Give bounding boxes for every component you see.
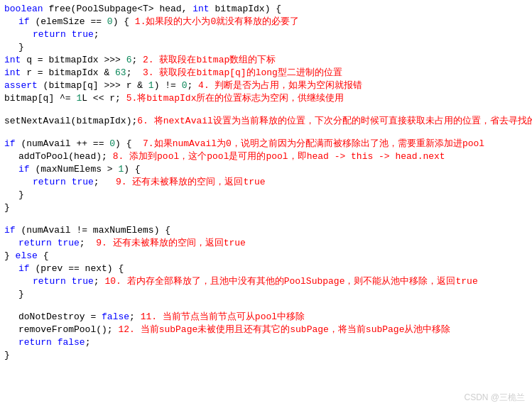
keyword: return <box>18 337 52 348</box>
code-text: doNotDestroy = <box>18 311 102 322</box>
keyword: return <box>33 276 66 287</box>
line-text: return true; 9. 还有未被释放的空间，返回true <box>4 237 246 250</box>
line-text: } <box>4 349 10 362</box>
code-text: ) != <box>154 80 182 91</box>
line-text: addToPool(head); 8. 添加到pool，这个pool是可用的po… <box>4 150 445 163</box>
code-text: ; <box>129 311 141 322</box>
line-text: } <box>4 202 10 214</box>
line-text: } <box>4 288 24 301</box>
code-line <box>0 128 532 138</box>
code-text: ) { <box>124 164 140 175</box>
keyword: if <box>18 263 30 274</box>
comment: 10. 若内存全部释放了，且池中没有其他的PoolSubpage，则不能从池中移… <box>104 276 477 287</box>
code-text: ; <box>80 238 96 248</box>
keyword: return <box>18 238 52 248</box>
code-line: int q = bitmapIdx >>> 6; 2. 获取段在bitmap数组… <box>0 54 532 67</box>
keyword: true <box>72 177 94 187</box>
code-line: } else { <box>0 250 532 263</box>
code-text: (elemSize == <box>30 16 107 27</box>
line-text: } <box>4 41 24 54</box>
line-text: if (numAvail != maxNumElems) { <box>4 224 170 237</box>
line-text: setNextAvail(bitmapIdx);6. 将nextAvail设置为… <box>4 115 532 128</box>
code-line: if (maxNumElems > 1) { <box>0 163 532 176</box>
code-text: { <box>38 250 49 261</box>
code-text <box>52 337 58 348</box>
comment: 7.如果numAvail为0，说明之前因为分配满而被移除出了池，需要重新添加进p… <box>143 138 484 149</box>
code-text: } <box>4 202 10 213</box>
keyword: int <box>4 55 21 65</box>
code-text: } <box>18 42 24 53</box>
line-text: return true; 9. 还有未被释放的空间，返回true <box>4 176 266 189</box>
code-line: if (numAvail != maxNumElems) { <box>0 224 532 237</box>
code-line: } <box>0 202 532 214</box>
keyword: return <box>33 29 66 40</box>
code-text: } <box>4 350 10 360</box>
code-line: if (numAvail ++ == 0) { 7.如果numAvail为0，说… <box>0 138 532 150</box>
keyword: false <box>102 311 129 322</box>
code-line: } <box>0 349 532 362</box>
code-line: int r = bitmapIdx & 63; 3. 获取段在bitmap[q]… <box>0 67 532 79</box>
code-text <box>52 238 58 248</box>
comment: 11. 当前节点当前节点可从pool中移除 <box>141 311 305 322</box>
comment: 1.如果段的大小为0就没有释放的必要了 <box>135 16 299 27</box>
code-line: if (elemSize == 0) { 1.如果段的大小为0就没有释放的必要了 <box>0 16 532 28</box>
line-text: if (elemSize == 0) { 1.如果段的大小为0就没有释放的必要了 <box>4 16 299 28</box>
code-line: return true; <box>0 28 532 41</box>
code-text: } <box>4 250 16 261</box>
line-text: return false; <box>4 336 90 349</box>
comment: 3. 获取段在bitmap[q]的long型二进制的位置 <box>143 67 342 78</box>
keyword: true <box>58 238 80 248</box>
code-line: addToPool(head); 8. 添加到pool，这个pool是可用的po… <box>0 150 532 163</box>
keyword: false <box>58 337 85 348</box>
watermark: CSDN @三桅兰 <box>464 392 525 404</box>
code-text: ; <box>94 276 105 287</box>
code-line <box>0 301 532 311</box>
line-text: boolean free(PoolSubpage<T> head, int bi… <box>4 3 281 16</box>
keyword: return <box>33 177 66 187</box>
code-text: ; <box>85 337 91 348</box>
code-line: bitmap[q] ^= 1L << r; 5.将bitmapIdx所在的位置标… <box>0 92 532 105</box>
code-container: boolean free(PoolSubpage<T> head, int bi… <box>0 0 532 408</box>
line-text: return true; <box>4 28 99 41</box>
code-text: addToPool(head); <box>18 151 113 162</box>
line-text: } else { <box>4 250 48 263</box>
code-text: bitmapIdx) { <box>210 4 281 14</box>
code-line: return true; 9. 还有未被释放的空间，返回true <box>0 176 532 189</box>
code-text: (numAvail ++ == <box>16 138 110 149</box>
code-line: } <box>0 189 532 202</box>
comment: 4. 判断是否为占用，如果为空闲就报错 <box>198 80 362 91</box>
keyword: true <box>72 29 94 40</box>
code-text: } <box>18 189 24 200</box>
code-text: removeFromPool(); <box>18 324 118 335</box>
comment: 12. 当前subPage未被使用且还有其它的subPage，将当前subPag… <box>118 324 450 335</box>
keyword: assert <box>4 80 38 91</box>
keyword: if <box>18 164 30 175</box>
code-text: L << r; <box>82 93 126 104</box>
keyword: int <box>4 67 21 78</box>
line-text: int r = bitmapIdx & 63; 3. 获取段在bitmap[q]… <box>4 67 342 79</box>
code-text: (prev == next) { <box>30 263 124 274</box>
keyword: int <box>192 4 209 14</box>
number: 0 <box>109 138 115 149</box>
code-text: ; <box>94 177 116 187</box>
comment: 9. 还有未被释放的空间，返回true <box>116 177 266 187</box>
line-text: removeFromPool(); 12. 当前subPage未被使用且还有其它… <box>4 324 450 336</box>
code-text: ) { <box>113 16 135 27</box>
line-text: if (maxNumElems > 1) { <box>4 163 141 176</box>
code-line: return true; 10. 若内存全部释放了，且池中没有其他的PoolSu… <box>0 275 532 288</box>
code-text: ; <box>187 80 198 91</box>
code-line <box>0 214 532 224</box>
code-line: setNextAvail(bitmapIdx);6. 将nextAvail设置为… <box>0 115 532 128</box>
keyword: if <box>18 16 30 27</box>
code-line: doNotDestroy = false; 11. 当前节点当前节点可从pool… <box>0 311 532 324</box>
line-text: return true; 10. 若内存全部释放了，且池中没有其他的PoolSu… <box>4 275 478 288</box>
keyword: boolean <box>4 4 43 14</box>
code-line: return false; <box>0 336 532 349</box>
code-text: (maxNumElems > <box>30 164 119 175</box>
code-line <box>0 105 532 115</box>
line-text: int q = bitmapIdx >>> 6; 2. 获取段在bitmap数组… <box>4 54 276 67</box>
line-text: doNotDestroy = false; 11. 当前节点当前节点可从pool… <box>4 311 305 324</box>
comment: 6. 将nextAvail设置为当前释放的位置，下次分配的时候可直接获取未占用的… <box>137 116 532 126</box>
line-text: assert (bitmap[q] >>> r & 1) != 0; 4. 判断… <box>4 79 363 92</box>
keyword: if <box>4 225 16 236</box>
